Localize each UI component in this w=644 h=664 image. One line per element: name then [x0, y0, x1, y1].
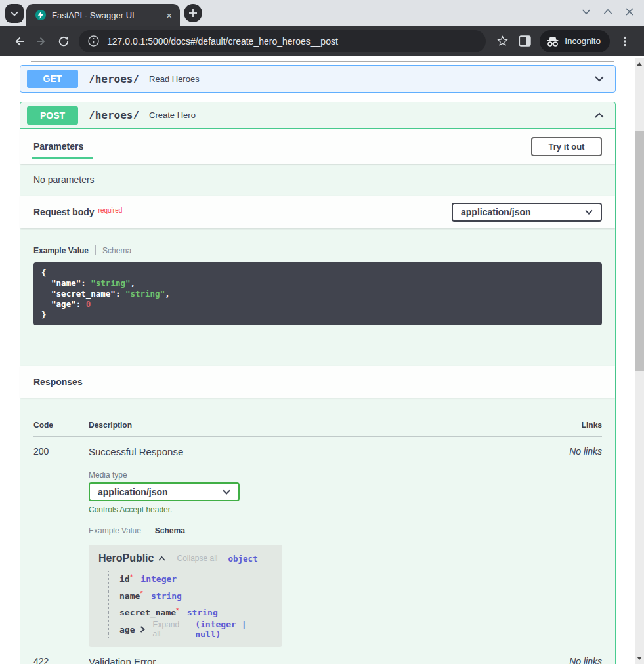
parameters-title: Parameters: [33, 141, 83, 152]
property-name: name: [119, 591, 140, 601]
address-bar[interactable]: 127.0.0.1:5000/docs#/default/create_hero…: [79, 30, 486, 52]
required-star: *: [176, 606, 179, 615]
response-row-200: 200 Successful Response Media type appli…: [33, 437, 602, 647]
expand-property-button[interactable]: [139, 625, 146, 633]
collapse-post-button[interactable]: [593, 109, 606, 122]
collapse-all-link[interactable]: Collapse all: [177, 554, 217, 563]
chevron-up-icon: [593, 109, 606, 122]
tab-example-value[interactable]: Example Value: [33, 246, 89, 255]
code-line: "age": 0: [41, 299, 594, 310]
kebab-menu-icon: [619, 35, 631, 47]
post-summary-text: Create Hero: [149, 110, 196, 120]
expand-get-button[interactable]: [593, 72, 606, 85]
section-divider: [31, 61, 614, 62]
required-label: required: [98, 207, 123, 214]
response-tabs: Example Value Schema: [89, 526, 569, 535]
property-type: integer: [140, 574, 177, 584]
collapse-model-button[interactable]: [158, 555, 166, 562]
side-panel-icon: [519, 35, 531, 47]
new-tab-button[interactable]: [184, 4, 202, 22]
back-button[interactable]: [8, 30, 30, 52]
opblock-post-heroes: POST /heroes/ Create Hero Parameters Try…: [20, 102, 616, 664]
reload-button[interactable]: [53, 30, 75, 52]
browser-tab[interactable]: FastAPI - Swagger UI ×: [26, 4, 180, 26]
tab-separator: [148, 526, 148, 535]
tab-strip: FastAPI - Swagger UI ×: [0, 0, 644, 26]
chevron-down-icon: [11, 11, 18, 16]
required-star: *: [140, 589, 143, 598]
browser-menu-button[interactable]: [614, 30, 636, 52]
responses-table-header: Code Description Links: [33, 421, 602, 437]
forward-arrow-icon: [35, 35, 48, 48]
side-panel-button[interactable]: [513, 30, 536, 52]
maximize-icon[interactable]: [603, 7, 613, 17]
parameters-header: Parameters Try it out: [20, 129, 615, 164]
property-name: secret_name: [119, 608, 176, 617]
post-path[interactable]: /heroes/: [89, 109, 139, 121]
triangle-up-icon: [637, 62, 642, 66]
response-media-type-value: application/json: [98, 487, 168, 497]
opblock-get-summary[interactable]: GET /heroes/ Read Heroes: [20, 66, 615, 92]
tab-search-button[interactable]: [5, 4, 24, 23]
tab-example-value[interactable]: Example Value: [89, 526, 141, 535]
responses-section: Code Description Links 200 Successful Re…: [20, 398, 615, 664]
model-name[interactable]: HeroPublic: [98, 552, 154, 564]
incognito-badge: Incognito: [540, 30, 610, 52]
request-body-tabs: Example Value Schema: [33, 245, 602, 255]
browser-toolbar: 127.0.0.1:5000/docs#/default/create_hero…: [0, 26, 644, 56]
property-row-age: age Expand all (integer | null): [119, 621, 272, 638]
model-properties: id* integer name* string secret_name*: [108, 571, 272, 638]
response-code: 422: [33, 656, 89, 664]
scroll-up-button[interactable]: [635, 59, 644, 68]
chevron-down-icon: [585, 209, 593, 215]
close-window-icon[interactable]: [624, 7, 635, 17]
opblock-post-summary[interactable]: POST /heroes/ Create Hero: [20, 102, 615, 129]
plus-icon: [188, 9, 198, 18]
schema-model-box: HeroPublic Collapse all object i: [89, 545, 282, 647]
forward-button[interactable]: [30, 30, 53, 52]
media-type-label: Media type: [89, 470, 569, 480]
expand-all-link[interactable]: Expand all: [152, 620, 187, 638]
minimize-icon[interactable]: [581, 7, 591, 17]
scrollbar-thumb[interactable]: [635, 131, 644, 371]
get-method-badge: GET: [27, 70, 78, 88]
property-type: (integer | null): [195, 619, 272, 639]
tab-schema[interactable]: Schema: [155, 526, 185, 535]
page-scrollbar[interactable]: [635, 58, 644, 664]
code-line: {: [41, 268, 594, 278]
chevron-down-icon: [593, 72, 606, 85]
post-method-badge: POST: [27, 106, 78, 125]
property-name: id: [119, 574, 130, 584]
response-code: 200: [33, 446, 89, 647]
column-description: Description: [89, 421, 582, 430]
reload-icon: [57, 35, 70, 48]
chevron-down-icon: [223, 489, 230, 495]
request-body-title: Request body: [33, 207, 95, 217]
try-it-out-button[interactable]: Try it out: [531, 137, 602, 156]
model-title-row: HeroPublic Collapse all object: [98, 552, 272, 564]
responses-title: Responses: [33, 377, 83, 387]
get-path[interactable]: /heroes/: [89, 73, 139, 85]
responses-header: Responses: [20, 366, 615, 398]
property-type: string: [187, 608, 218, 617]
swagger-page: GET /heroes/ Read Heroes POST /heroes/ C…: [0, 56, 644, 664]
model-type: object: [228, 554, 258, 564]
url-text[interactable]: 127.0.0.1:5000/docs#/default/create_hero…: [107, 36, 338, 47]
no-parameters-text: No parameters: [20, 164, 615, 196]
request-media-type-select[interactable]: application/json: [452, 203, 602, 222]
incognito-icon: [546, 35, 559, 47]
bookmark-button[interactable]: [491, 30, 513, 52]
scroll-down-button[interactable]: [635, 654, 644, 663]
code-line: "name": "string",: [41, 278, 594, 289]
response-links: No links: [569, 656, 602, 664]
required-star: *: [130, 573, 133, 582]
example-code-block[interactable]: { "name": "string", "secret_name": "stri…: [33, 262, 602, 325]
request-body-header: Request body required application/json: [20, 196, 615, 228]
tab-close-icon[interactable]: ×: [163, 9, 175, 22]
tab-schema[interactable]: Schema: [102, 246, 131, 255]
triangle-down-icon: [637, 657, 642, 660]
site-info-icon[interactable]: [88, 35, 99, 47]
swagger-content: GET /heroes/ Read Heroes POST /heroes/ C…: [20, 56, 616, 664]
response-media-type-select[interactable]: application/json: [89, 482, 240, 501]
chevron-right-icon: [139, 625, 146, 633]
